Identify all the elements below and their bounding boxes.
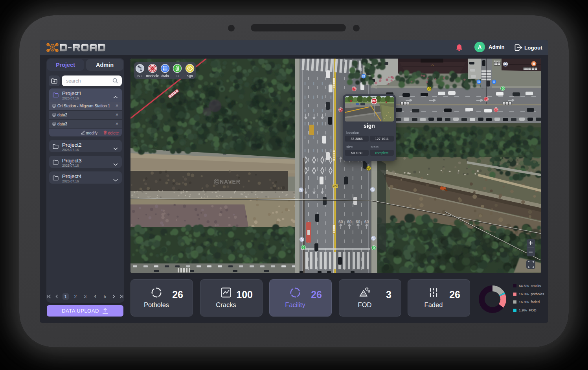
svg-text:sign: sign [187, 74, 193, 78]
svg-text:S.L: S.L [138, 74, 143, 78]
svg-text:drain: drain [162, 74, 169, 78]
svg-text:STOP: STOP [371, 100, 377, 102]
svg-text:manhole: manhole [146, 74, 159, 78]
svg-text:T.L: T.L [175, 74, 180, 78]
